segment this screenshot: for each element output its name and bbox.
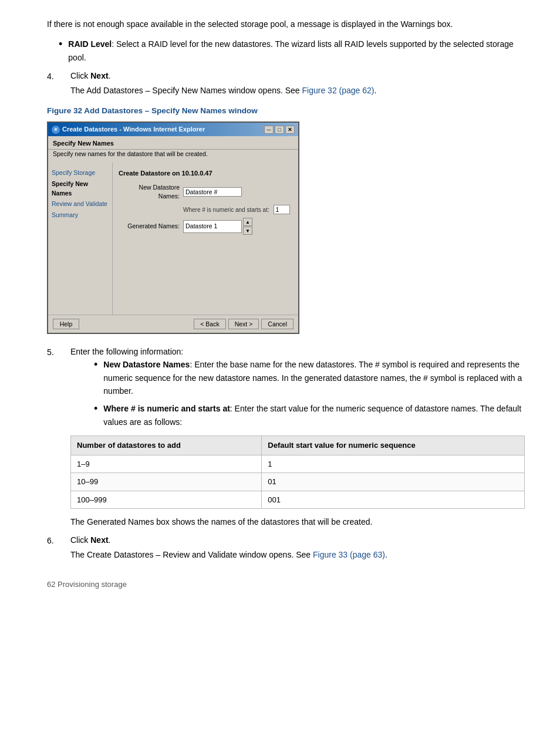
dialog-body: Specify Storage Specify New Names Review… (48, 163, 298, 315)
step6-text: Click Next. (70, 534, 525, 546)
dialog-app-icon: e (52, 126, 60, 134)
sidebar-item-review-validate[interactable]: Review and Validate (52, 200, 109, 209)
table-row: 10–99 01 (71, 473, 525, 491)
dialog-titlebar-controls: ─ □ ✕ (264, 126, 295, 134)
step5-bullet1: • New Datastore Names: Enter the base na… (94, 358, 525, 397)
table-cell-range-2: 10–99 (71, 473, 262, 491)
step5-content: Enter the following information: • New D… (70, 346, 525, 528)
dialog-subtitle-sub: Specify new names for the datastore that… (48, 150, 298, 163)
field-row-name: New Datastore Names: (119, 183, 292, 202)
step5-bullet2: • Where # is numeric and starts at: Ente… (94, 402, 525, 428)
step6-number: 6. (47, 534, 70, 547)
step4-content: Click Next. The Add Datastores – Specify… (70, 70, 525, 97)
table-cell-range-1: 1–9 (71, 455, 262, 473)
step5-number: 5. (47, 346, 70, 359)
restore-button[interactable]: □ (275, 126, 284, 134)
table-header-col1: Number of datastores to add (71, 436, 262, 455)
step4-subtext-before: The Add Datastores – Specify New Names w… (70, 86, 302, 95)
table-row: 1–9 1 (71, 455, 525, 473)
step5-bullets: • New Datastore Names: Enter the base na… (94, 358, 525, 428)
sidebar-item-specify-storage[interactable]: Specify Storage (52, 168, 109, 178)
bullet1-label: New Datastore Names (103, 360, 190, 369)
figure-caption: Figure 32 Add Datastores – Specify New N… (47, 105, 525, 117)
table-header-col2: Default start value for numeric sequence (262, 436, 525, 455)
minimize-button[interactable]: ─ (264, 126, 274, 134)
step6-suffix: . (109, 535, 111, 545)
content-body: If there is not enough space available i… (47, 18, 525, 590)
step6-link[interactable]: Figure 33 (page 63) (313, 550, 385, 559)
step4-bold: Next (90, 71, 108, 80)
dialog-titlebar: e Create Datastores - Windows Internet E… (48, 123, 298, 136)
field-generated-label: Generated Names: (119, 222, 183, 231)
raid-level-label: RAID Level (68, 39, 112, 49)
next-button[interactable]: Next > (228, 319, 259, 329)
bullet-raid-text: RAID Level: Select a RAID level for the … (68, 38, 525, 64)
step6-bold: Next (90, 535, 108, 545)
table-caption-text: The Generated Names box shows the names … (70, 516, 525, 528)
table-cell-range-3: 100–999 (71, 491, 262, 509)
dialog-titlebar-left: e Create Datastores - Windows Internet E… (52, 124, 205, 134)
back-button[interactable]: < Back (194, 319, 225, 329)
cancel-button[interactable]: Cancel (261, 319, 294, 329)
field-name-label: New Datastore Names: (119, 183, 183, 202)
step6-prefix: Click (70, 535, 90, 545)
dialog-title-text: Create Datastores - Windows Internet Exp… (62, 124, 205, 134)
step-4: 4. Click Next. The Add Datastores – Spec… (47, 70, 525, 97)
bullet-dot-2: • (94, 401, 97, 417)
raid-level-text: : Select a RAID level for the new datast… (68, 39, 513, 62)
dialog-main: Create Datastore on 10.10.0.47 New Datas… (113, 163, 298, 315)
sidebar-item-specify-new-names: Specify New Names (52, 180, 109, 198)
step4-subtext: The Add Datastores – Specify New Names w… (70, 85, 525, 97)
step4-text: Click Next. (70, 70, 525, 82)
bullet2-text: Where # is numeric and starts at: Enter … (103, 402, 525, 428)
bullet-raid-level: • RAID Level: Select a RAID level for th… (59, 38, 525, 64)
generated-scroll-up[interactable]: ▲ (243, 218, 252, 226)
bullet2-label: Where # is numeric and starts at (103, 404, 230, 413)
dialog-footer: Help < Back Next > Cancel (48, 315, 298, 333)
bullet1-text: New Datastore Names: Enter the base name… (103, 358, 525, 397)
field-where-note: Where # is numeric and starts at: (183, 205, 292, 214)
where-note-text: Where # is numeric and starts at: (183, 207, 269, 213)
dialog-window: e Create Datastores - Windows Internet E… (47, 121, 299, 334)
generated-scroll-down[interactable]: ▼ (243, 227, 252, 235)
step-5: 5. Enter the following information: • Ne… (47, 346, 525, 528)
step4-subtext-after: . (375, 86, 377, 95)
intro-para1-text: If there is not enough space available i… (47, 19, 453, 29)
intro-paragraph: If there is not enough space available i… (47, 18, 525, 31)
bullet-dot: • (59, 36, 62, 52)
step4-number: 4. (47, 70, 70, 83)
field-row-generated: Generated Names: Datastore 1 ▲ ▼ (119, 218, 292, 235)
step4-link[interactable]: Figure 32 (page 62) (302, 86, 375, 95)
step5-text: Enter the following information: (70, 346, 525, 358)
dialog-wrapper: e Create Datastores - Windows Internet E… (47, 121, 525, 334)
help-button[interactable]: Help (53, 319, 79, 329)
bullet-dot-1: • (94, 357, 97, 373)
dialog-footer-right: < Back Next > Cancel (194, 319, 294, 329)
step4-suffix: . (109, 71, 111, 80)
step6-subtext: The Create Datastores – Review and Valid… (70, 549, 525, 561)
dialog-subtitle: Specify New Names (48, 136, 298, 150)
sidebar-item-summary[interactable]: Summary (52, 211, 109, 220)
step6-subtext-before: The Create Datastores – Review and Valid… (70, 550, 313, 559)
generated-names-box: Datastore 1 (183, 220, 242, 233)
step6-content: Click Next. The Create Datastores – Revi… (70, 534, 525, 561)
step6-subtext-after: . (385, 550, 387, 559)
table-cell-value-3: 001 (262, 491, 525, 509)
table-cell-value-1: 1 (262, 455, 525, 473)
datastores-table: Number of datastores to add Default star… (70, 436, 525, 509)
dialog-main-title: Create Datastore on 10.10.0.47 (119, 168, 292, 178)
table-cell-value-2: 01 (262, 473, 525, 491)
page-footer: 62 Provisioning storage (47, 579, 525, 590)
step4-prefix: Click (70, 71, 90, 80)
dialog-sidebar: Specify Storage Specify New Names Review… (48, 163, 113, 315)
starts-at-input[interactable] (274, 205, 290, 214)
step-6: 6. Click Next. The Create Datastores – R… (47, 534, 525, 561)
close-button[interactable]: ✕ (285, 126, 295, 134)
datastore-name-input[interactable] (183, 187, 242, 197)
table-row: 100–999 001 (71, 491, 525, 509)
